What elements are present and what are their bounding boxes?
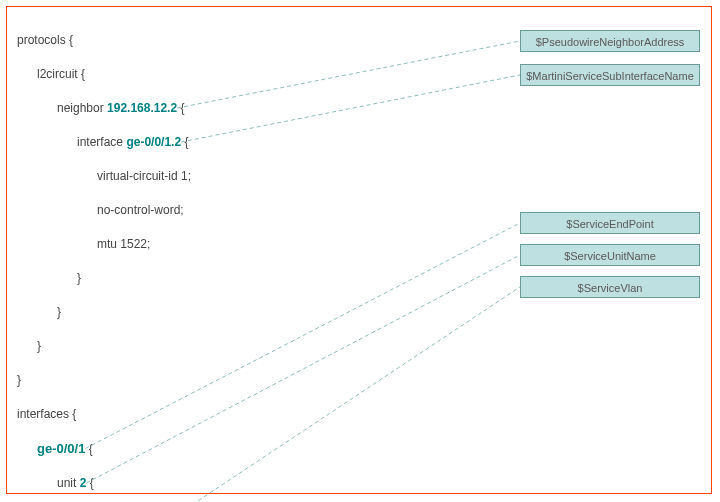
line-interfaces-open: interfaces { <box>17 406 252 423</box>
tag-service-unit-name: $ServiceUnitName <box>520 244 700 266</box>
brace: { <box>85 442 92 456</box>
line-interface: interface ge-0/0/1.2 { <box>17 134 252 151</box>
brace-close: } <box>17 372 252 389</box>
brace-close: } <box>17 338 252 355</box>
tag-pseudowire-neighbor-address: $PseudowireNeighborAddress <box>520 30 700 52</box>
kw-neighbor: neighbor <box>57 101 104 115</box>
brace: { <box>177 101 184 115</box>
line-protocols-open: protocols { <box>17 32 252 49</box>
line-neighbor: neighbor 192.168.12.2 { <box>17 100 252 117</box>
line-mtu: mtu 1522; <box>17 236 252 253</box>
brace: { <box>181 135 188 149</box>
kw-unit: unit <box>57 476 76 490</box>
brace: { <box>86 476 93 490</box>
value-ifname: ge-0/0/1 <box>37 441 85 456</box>
tag-service-endpoint: $ServiceEndPoint <box>520 212 700 234</box>
tag-service-vlan: $ServiceVlan <box>520 276 700 298</box>
brace-close: } <box>17 304 252 321</box>
value-neighbor-ip: 192.168.12.2 <box>107 101 177 115</box>
value-interface-name: ge-0/0/1.2 <box>126 135 181 149</box>
tag-martini-service-subinterface-name: $MartiniServiceSubInterfaceName <box>520 64 700 86</box>
line-ifname: ge-0/0/1 { <box>17 440 252 458</box>
kw-interface: interface <box>77 135 123 149</box>
brace-close: } <box>17 270 252 287</box>
config-code: protocols { l2circuit { neighbor 192.168… <box>17 15 252 502</box>
line-vcid: virtual-circuit-id 1; <box>17 168 252 185</box>
line-nocw: no-control-word; <box>17 202 252 219</box>
line-unit: unit 2 { <box>17 475 252 492</box>
line-l2circuit-open: l2circuit { <box>17 66 252 83</box>
